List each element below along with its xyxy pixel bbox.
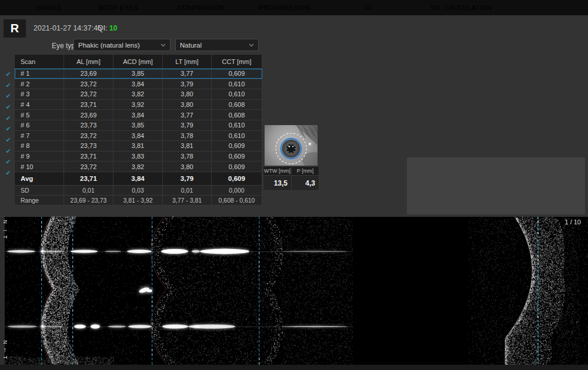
value-cell: 3,85: [113, 69, 163, 79]
bottom-strip: [0, 365, 588, 370]
value-cell: 3,78: [163, 130, 212, 141]
qi-label: QI:: [98, 24, 108, 32]
check-icon[interactable]: ✔: [3, 167, 14, 179]
scan-checkbox-column: ✔✔✔✔✔✔✔✔✔✔: [3, 69, 14, 179]
summary-value-cell: 23,69 - 23,73: [64, 195, 113, 205]
value-cell: 3,81: [113, 141, 163, 152]
value-cell: 0,610: [212, 89, 262, 100]
column-header: LT [mm]: [163, 55, 212, 69]
scan-row[interactable]: # 923,713,833,780,609: [15, 151, 262, 162]
summary-value-cell: 3,84: [113, 171, 163, 185]
summary-value-cell: 0,01: [64, 185, 113, 195]
summary-value-cell: 3,79: [163, 171, 212, 185]
scan-id-cell: # 4: [15, 99, 64, 110]
summary-row-sd: SD0,010,030,010,000: [15, 185, 262, 195]
exam-datetime: 2021-01-27 14:37:45: [34, 24, 102, 32]
check-icon[interactable]: ✔: [3, 124, 14, 135]
scan-id-cell: # 9: [15, 151, 64, 162]
summary-value-cell: 23,71: [64, 171, 113, 185]
value-cell: 3,77: [163, 69, 212, 79]
scan-row[interactable]: # 123,693,853,770,609: [15, 69, 262, 79]
check-icon[interactable]: ✔: [3, 134, 14, 146]
eye-camera-image[interactable]: [265, 125, 318, 166]
scan-table-body: # 123,693,853,770,609# 223,723,843,790,6…: [15, 69, 262, 206]
orientation-marker-bottom: N ↑ T: [1, 339, 9, 360]
tab-both-eyes[interactable]: BOTH EYES: [86, 0, 151, 15]
orientation-marker-top: N → T: [1, 219, 9, 240]
scan-row[interactable]: # 1023,723,823,800,609: [15, 162, 262, 172]
scan-row[interactable]: # 823,733,813,810,609: [15, 141, 262, 152]
direction-arrow-icon: →: [2, 226, 8, 233]
tab-comparison: COMPARISON: [168, 0, 234, 15]
wtw-header: WTW [mm]: [263, 167, 292, 176]
chevron-down-icon: [161, 43, 166, 47]
value-cell: 3,82: [113, 89, 163, 100]
summary-label-cell: Range: [15, 195, 64, 205]
oct-bscan-left[interactable]: [5, 217, 353, 365]
scan-row[interactable]: # 723,723,843,780,610: [15, 130, 262, 141]
summary-row-avg: Avg23,713,843,790,609: [15, 171, 262, 185]
scan-id-cell: # 10: [15, 162, 64, 172]
summary-value-cell: 3,81 - 3,92: [113, 195, 163, 205]
value-cell: 23,72: [64, 162, 113, 172]
lens-type-value: Natural: [180, 42, 202, 49]
check-icon[interactable]: ✔: [3, 157, 14, 168]
check-icon[interactable]: ✔: [3, 69, 14, 80]
scan-row[interactable]: # 223,723,843,790,610: [15, 79, 262, 89]
lens-status-dropdown[interactable]: Phakic (natural lens): [74, 39, 171, 51]
check-icon[interactable]: ✔: [3, 146, 14, 157]
check-icon[interactable]: ✔: [3, 80, 14, 91]
table-header-row: ScanAL [mm]ACD [mm]LT [mm]CCT [mm]: [15, 55, 262, 69]
column-header: ACD [mm]: [113, 55, 163, 69]
value-cell: 0,609: [212, 162, 262, 172]
quality-index: QI:10: [98, 24, 118, 32]
wtw-value: 13,5: [263, 176, 292, 191]
value-cell: 23,69: [64, 69, 113, 79]
scan-row[interactable]: # 523,693,843,770,608: [15, 110, 262, 120]
oct-bscan-right[interactable]: [467, 217, 588, 365]
summary-row-range: Range23,69 - 23,733,81 - 3,923,77 - 3,81…: [15, 195, 262, 205]
value-cell: 23,72: [64, 79, 113, 89]
scan-id-cell: # 6: [15, 120, 64, 130]
scan-row[interactable]: # 623,733,853,790,610: [15, 120, 262, 130]
check-icon[interactable]: ✔: [3, 113, 14, 124]
scan-measurement-table: ScanAL [mm]ACD [mm]LT [mm]CCT [mm] # 123…: [14, 54, 262, 206]
temporal-marker: T: [2, 356, 8, 359]
value-cell: 3,79: [163, 120, 212, 130]
value-cell: 0,609: [212, 69, 262, 79]
value-cell: 23,71: [64, 99, 113, 110]
qi-value: 10: [109, 24, 118, 32]
tab-single[interactable]: SINGLE: [15, 0, 83, 15]
scan-id-cell: # 1: [15, 69, 64, 79]
summary-value-cell: 0,609: [212, 171, 262, 185]
direction-arrow-icon: ↑: [4, 347, 7, 353]
value-cell: 23,73: [64, 120, 113, 130]
pupil-value: 4,3: [292, 176, 319, 191]
value-cell: 3,80: [163, 162, 212, 172]
scan-row[interactable]: # 323,723,823,800,610: [15, 89, 262, 100]
value-cell: 3,92: [113, 99, 163, 110]
value-cell: 23,71: [64, 151, 113, 162]
value-cell: 3,77: [163, 110, 212, 120]
summary-value-cell: 3,77 - 3,81: [163, 195, 212, 205]
nasal-marker: N: [2, 220, 8, 224]
scan-id-cell: # 5: [15, 110, 64, 120]
column-header: CCT [mm]: [212, 55, 262, 69]
scan-row[interactable]: # 423,713,923,800,608: [15, 99, 262, 110]
value-cell: 3,83: [113, 151, 163, 162]
summary-value-cell: 0,01: [163, 185, 212, 195]
value-cell: 0,609: [212, 141, 262, 152]
check-icon[interactable]: ✔: [3, 102, 14, 113]
summary-label-cell: SD: [15, 185, 64, 195]
column-header: AL [mm]: [64, 55, 113, 69]
tab-iol-calculation[interactable]: IOL CALCULATION: [420, 0, 503, 15]
oct-scan-area: N → T N ↑ T 1 / 10: [0, 216, 588, 365]
value-cell: 0,610: [212, 130, 262, 141]
value-cell: 3,81: [163, 141, 212, 152]
value-cell: 3,82: [113, 162, 163, 172]
value-cell: 3,80: [163, 99, 212, 110]
lens-type-dropdown[interactable]: Natural: [175, 39, 259, 51]
temporal-marker: T: [2, 236, 8, 239]
scan-id-cell: # 3: [15, 89, 64, 100]
check-icon[interactable]: ✔: [3, 90, 14, 102]
